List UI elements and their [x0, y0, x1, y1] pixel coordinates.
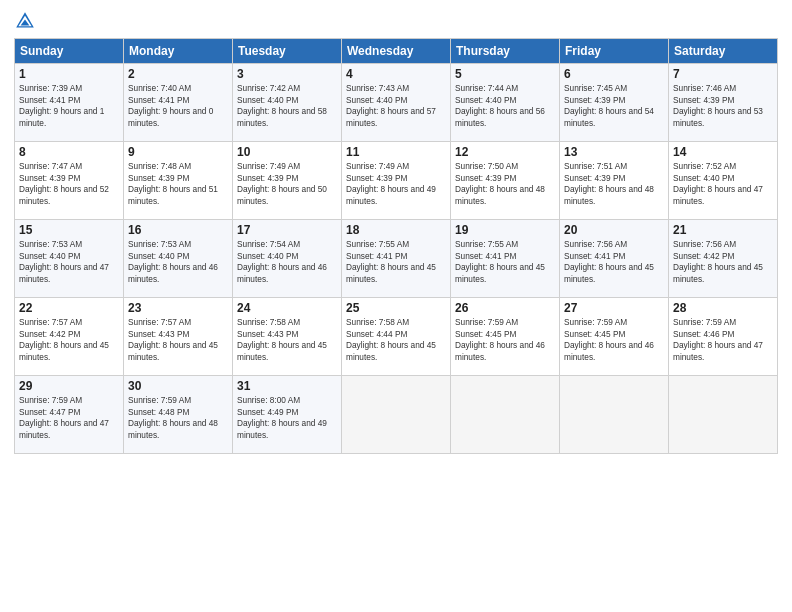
calendar-cell: 12 Sunrise: 7:50 AMSunset: 4:39 PMDaylig… — [451, 142, 560, 220]
calendar-cell: 2 Sunrise: 7:40 AMSunset: 4:41 PMDayligh… — [124, 64, 233, 142]
day-number: 5 — [455, 67, 555, 81]
calendar-cell: 4 Sunrise: 7:43 AMSunset: 4:40 PMDayligh… — [342, 64, 451, 142]
col-header-monday: Monday — [124, 39, 233, 64]
calendar-cell: 14 Sunrise: 7:52 AMSunset: 4:40 PMDaylig… — [669, 142, 778, 220]
day-number: 16 — [128, 223, 228, 237]
cell-info: Sunrise: 7:58 AMSunset: 4:43 PMDaylight:… — [237, 317, 327, 362]
logo — [14, 10, 40, 32]
calendar-cell: 7 Sunrise: 7:46 AMSunset: 4:39 PMDayligh… — [669, 64, 778, 142]
calendar-week-row: 29 Sunrise: 7:59 AMSunset: 4:47 PMDaylig… — [15, 376, 778, 454]
calendar-cell: 21 Sunrise: 7:56 AMSunset: 4:42 PMDaylig… — [669, 220, 778, 298]
day-number: 29 — [19, 379, 119, 393]
cell-info: Sunrise: 7:49 AMSunset: 4:39 PMDaylight:… — [346, 161, 436, 206]
cell-info: Sunrise: 7:44 AMSunset: 4:40 PMDaylight:… — [455, 83, 545, 128]
day-number: 4 — [346, 67, 446, 81]
day-number: 20 — [564, 223, 664, 237]
day-number: 19 — [455, 223, 555, 237]
day-number: 14 — [673, 145, 773, 159]
calendar-cell — [669, 376, 778, 454]
day-number: 6 — [564, 67, 664, 81]
cell-info: Sunrise: 7:57 AMSunset: 4:42 PMDaylight:… — [19, 317, 109, 362]
day-number: 10 — [237, 145, 337, 159]
calendar-table: SundayMondayTuesdayWednesdayThursdayFrid… — [14, 38, 778, 454]
day-number: 28 — [673, 301, 773, 315]
cell-info: Sunrise: 8:00 AMSunset: 4:49 PMDaylight:… — [237, 395, 327, 440]
cell-info: Sunrise: 7:48 AMSunset: 4:39 PMDaylight:… — [128, 161, 218, 206]
calendar-cell: 26 Sunrise: 7:59 AMSunset: 4:45 PMDaylig… — [451, 298, 560, 376]
day-number: 22 — [19, 301, 119, 315]
col-header-tuesday: Tuesday — [233, 39, 342, 64]
cell-info: Sunrise: 7:43 AMSunset: 4:40 PMDaylight:… — [346, 83, 436, 128]
calendar-week-row: 8 Sunrise: 7:47 AMSunset: 4:39 PMDayligh… — [15, 142, 778, 220]
cell-info: Sunrise: 7:58 AMSunset: 4:44 PMDaylight:… — [346, 317, 436, 362]
col-header-sunday: Sunday — [15, 39, 124, 64]
cell-info: Sunrise: 7:55 AMSunset: 4:41 PMDaylight:… — [455, 239, 545, 284]
day-number: 25 — [346, 301, 446, 315]
page-container: SundayMondayTuesdayWednesdayThursdayFrid… — [0, 0, 792, 462]
cell-info: Sunrise: 7:45 AMSunset: 4:39 PMDaylight:… — [564, 83, 654, 128]
cell-info: Sunrise: 7:59 AMSunset: 4:48 PMDaylight:… — [128, 395, 218, 440]
cell-info: Sunrise: 7:52 AMSunset: 4:40 PMDaylight:… — [673, 161, 763, 206]
day-number: 21 — [673, 223, 773, 237]
calendar-cell: 24 Sunrise: 7:58 AMSunset: 4:43 PMDaylig… — [233, 298, 342, 376]
cell-info: Sunrise: 7:49 AMSunset: 4:39 PMDaylight:… — [237, 161, 327, 206]
calendar-cell — [342, 376, 451, 454]
calendar-cell: 9 Sunrise: 7:48 AMSunset: 4:39 PMDayligh… — [124, 142, 233, 220]
cell-info: Sunrise: 7:40 AMSunset: 4:41 PMDaylight:… — [128, 83, 213, 128]
logo-icon — [14, 10, 36, 32]
col-header-saturday: Saturday — [669, 39, 778, 64]
day-number: 23 — [128, 301, 228, 315]
calendar-cell: 19 Sunrise: 7:55 AMSunset: 4:41 PMDaylig… — [451, 220, 560, 298]
calendar-cell: 3 Sunrise: 7:42 AMSunset: 4:40 PMDayligh… — [233, 64, 342, 142]
calendar-cell: 28 Sunrise: 7:59 AMSunset: 4:46 PMDaylig… — [669, 298, 778, 376]
calendar-cell: 11 Sunrise: 7:49 AMSunset: 4:39 PMDaylig… — [342, 142, 451, 220]
day-number: 13 — [564, 145, 664, 159]
calendar-cell: 22 Sunrise: 7:57 AMSunset: 4:42 PMDaylig… — [15, 298, 124, 376]
calendar-cell: 16 Sunrise: 7:53 AMSunset: 4:40 PMDaylig… — [124, 220, 233, 298]
calendar-cell: 27 Sunrise: 7:59 AMSunset: 4:45 PMDaylig… — [560, 298, 669, 376]
calendar-week-row: 1 Sunrise: 7:39 AMSunset: 4:41 PMDayligh… — [15, 64, 778, 142]
day-number: 11 — [346, 145, 446, 159]
calendar-week-row: 22 Sunrise: 7:57 AMSunset: 4:42 PMDaylig… — [15, 298, 778, 376]
calendar-cell: 13 Sunrise: 7:51 AMSunset: 4:39 PMDaylig… — [560, 142, 669, 220]
day-number: 9 — [128, 145, 228, 159]
cell-info: Sunrise: 7:56 AMSunset: 4:41 PMDaylight:… — [564, 239, 654, 284]
calendar-cell: 5 Sunrise: 7:44 AMSunset: 4:40 PMDayligh… — [451, 64, 560, 142]
col-header-thursday: Thursday — [451, 39, 560, 64]
day-number: 2 — [128, 67, 228, 81]
cell-info: Sunrise: 7:59 AMSunset: 4:45 PMDaylight:… — [455, 317, 545, 362]
day-number: 1 — [19, 67, 119, 81]
cell-info: Sunrise: 7:55 AMSunset: 4:41 PMDaylight:… — [346, 239, 436, 284]
calendar-cell — [451, 376, 560, 454]
cell-info: Sunrise: 7:50 AMSunset: 4:39 PMDaylight:… — [455, 161, 545, 206]
day-number: 18 — [346, 223, 446, 237]
cell-info: Sunrise: 7:57 AMSunset: 4:43 PMDaylight:… — [128, 317, 218, 362]
header — [14, 10, 778, 32]
cell-info: Sunrise: 7:53 AMSunset: 4:40 PMDaylight:… — [128, 239, 218, 284]
col-header-wednesday: Wednesday — [342, 39, 451, 64]
day-number: 17 — [237, 223, 337, 237]
cell-info: Sunrise: 7:39 AMSunset: 4:41 PMDaylight:… — [19, 83, 104, 128]
calendar-cell: 15 Sunrise: 7:53 AMSunset: 4:40 PMDaylig… — [15, 220, 124, 298]
calendar-week-row: 15 Sunrise: 7:53 AMSunset: 4:40 PMDaylig… — [15, 220, 778, 298]
cell-info: Sunrise: 7:56 AMSunset: 4:42 PMDaylight:… — [673, 239, 763, 284]
calendar-header-row: SundayMondayTuesdayWednesdayThursdayFrid… — [15, 39, 778, 64]
calendar-cell: 30 Sunrise: 7:59 AMSunset: 4:48 PMDaylig… — [124, 376, 233, 454]
day-number: 26 — [455, 301, 555, 315]
day-number: 12 — [455, 145, 555, 159]
cell-info: Sunrise: 7:47 AMSunset: 4:39 PMDaylight:… — [19, 161, 109, 206]
calendar-cell: 10 Sunrise: 7:49 AMSunset: 4:39 PMDaylig… — [233, 142, 342, 220]
day-number: 15 — [19, 223, 119, 237]
calendar-cell: 20 Sunrise: 7:56 AMSunset: 4:41 PMDaylig… — [560, 220, 669, 298]
cell-info: Sunrise: 7:51 AMSunset: 4:39 PMDaylight:… — [564, 161, 654, 206]
day-number: 30 — [128, 379, 228, 393]
day-number: 27 — [564, 301, 664, 315]
col-header-friday: Friday — [560, 39, 669, 64]
cell-info: Sunrise: 7:54 AMSunset: 4:40 PMDaylight:… — [237, 239, 327, 284]
calendar-cell: 18 Sunrise: 7:55 AMSunset: 4:41 PMDaylig… — [342, 220, 451, 298]
day-number: 7 — [673, 67, 773, 81]
calendar-cell: 29 Sunrise: 7:59 AMSunset: 4:47 PMDaylig… — [15, 376, 124, 454]
cell-info: Sunrise: 7:59 AMSunset: 4:46 PMDaylight:… — [673, 317, 763, 362]
day-number: 3 — [237, 67, 337, 81]
cell-info: Sunrise: 7:46 AMSunset: 4:39 PMDaylight:… — [673, 83, 763, 128]
